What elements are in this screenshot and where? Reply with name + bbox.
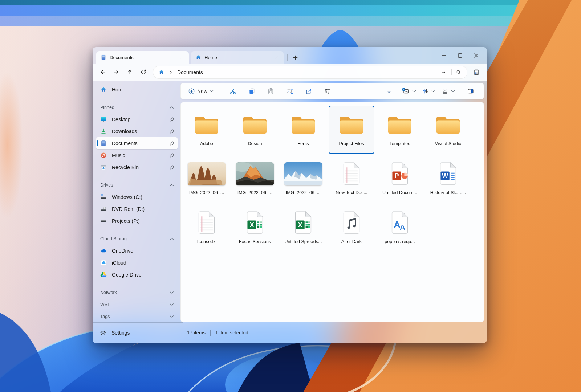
music-icon xyxy=(100,152,107,159)
sidebar-item-label: DVD Rom (D:) xyxy=(112,206,145,212)
forward-icon xyxy=(113,68,120,76)
refresh-button[interactable] xyxy=(137,66,150,78)
sidebar-item-icloud[interactable]: iCloud xyxy=(96,257,178,269)
file-tile-focus-sessions[interactable]: Focus Sessions xyxy=(232,204,278,252)
pin-icon[interactable] xyxy=(170,141,175,146)
cut-button[interactable] xyxy=(223,85,242,98)
close-button[interactable] xyxy=(468,50,484,61)
file-tile-fonts[interactable]: Fonts xyxy=(280,106,326,154)
file-tile-visual-studio[interactable]: Visual Studio xyxy=(425,106,471,154)
minimize-button[interactable] xyxy=(436,50,452,61)
layout-button[interactable] xyxy=(439,85,458,98)
rename-button[interactable] xyxy=(280,85,299,98)
file-tile-adobe[interactable]: Adobe xyxy=(184,106,229,154)
back-button[interactable] xyxy=(96,66,110,78)
task-list-icon xyxy=(473,69,480,76)
file-tile-poppins-regular[interactable]: poppins-regu... xyxy=(377,204,423,252)
select-button[interactable] xyxy=(399,85,418,98)
sidebar-item-documents[interactable]: Documents xyxy=(96,137,178,149)
sidebar-section-tags[interactable]: Tags xyxy=(96,310,178,322)
home-icon xyxy=(195,54,201,60)
pin-icon[interactable] xyxy=(170,117,175,122)
sidebar-item-projects-p[interactable]: Projects (P:) xyxy=(96,215,178,227)
tab-documents[interactable]: Documents xyxy=(96,51,189,64)
delete-button[interactable] xyxy=(318,85,337,98)
close-tab-icon[interactable] xyxy=(178,53,186,61)
excel-file-icon xyxy=(245,211,265,235)
image-thumbnail xyxy=(188,162,226,185)
section-label: Drives xyxy=(100,183,113,188)
sidebar-item-home[interactable]: Home xyxy=(96,83,178,95)
pin-icon[interactable] xyxy=(170,129,175,134)
file-name: Fonts xyxy=(297,141,309,146)
file-tile-img-desert[interactable]: IMG_2022_06_... xyxy=(184,155,229,203)
search-button[interactable] xyxy=(452,67,465,77)
paste-button[interactable] xyxy=(261,85,280,98)
recycle-bin-icon xyxy=(100,164,107,171)
file-tile-untitled-document[interactable]: Untitled Docum... xyxy=(377,155,423,203)
navigation-toolbar: Documents xyxy=(93,64,487,81)
sidebar-item-recycle-bin[interactable]: Recycle Bin xyxy=(96,161,178,173)
forward-button[interactable] xyxy=(110,66,123,78)
file-tile-templates[interactable]: Templates xyxy=(377,106,423,154)
file-tile-license-txt[interactable]: license.txt xyxy=(184,204,229,252)
section-label: Pinned xyxy=(100,105,114,110)
new-tab-button[interactable] xyxy=(290,53,300,62)
sidebar-item-onedrive[interactable]: OneDrive xyxy=(96,245,178,257)
preview-pane-toggle[interactable] xyxy=(461,85,480,98)
go-to-button[interactable] xyxy=(438,67,451,77)
preview-pane-icon xyxy=(467,87,475,95)
breadcrumb-current-folder[interactable]: Documents xyxy=(174,69,206,75)
font-file-icon xyxy=(390,211,410,235)
file-name: History of Skate... xyxy=(430,190,466,195)
pin-icon[interactable] xyxy=(170,153,175,158)
drive-icon xyxy=(100,218,107,224)
sidebar-section-wsl[interactable]: WSL xyxy=(96,298,178,310)
file-tile-history-of-skate[interactable]: History of Skate... xyxy=(425,155,471,203)
file-tile-after-dark[interactable]: After Dark xyxy=(329,204,374,252)
copy-button[interactable] xyxy=(242,85,261,98)
address-bar[interactable]: Documents xyxy=(153,66,467,79)
documents-icon xyxy=(100,140,107,147)
sidebar-item-downloads[interactable]: Downloads xyxy=(96,125,178,137)
sidebar-item-desktop[interactable]: Desktop xyxy=(96,113,178,125)
file-name: IMG_2022_06_... xyxy=(189,190,224,195)
folder-icon xyxy=(338,114,365,136)
close-tab-icon[interactable] xyxy=(273,53,281,61)
share-button[interactable] xyxy=(299,85,318,98)
up-button[interactable] xyxy=(123,66,137,78)
sidebar-item-google-drive[interactable]: Google Drive xyxy=(96,269,178,281)
view-controls xyxy=(379,85,480,98)
sidebar-item-windows-c[interactable]: Windows (C:) xyxy=(96,191,178,203)
task-list-button[interactable] xyxy=(470,66,483,78)
filter-button[interactable] xyxy=(379,85,398,98)
sidebar-item-music[interactable]: Music xyxy=(96,149,178,161)
sidebar-item-label: Documents xyxy=(112,140,138,146)
maximize-button[interactable] xyxy=(452,50,468,61)
sidebar-section-drives[interactable]: Drives xyxy=(96,179,178,191)
sort-button[interactable] xyxy=(419,85,438,98)
layout-icon xyxy=(441,87,449,95)
tab-home[interactable]: Home xyxy=(191,51,284,64)
file-tile-new-text-doc[interactable]: New Text Doc... xyxy=(329,155,374,203)
file-tile-img-peak[interactable]: IMG_2022_06_... xyxy=(232,155,278,203)
file-name: New Text Doc... xyxy=(336,190,367,195)
sidebar-item-dvd-d[interactable]: DVD Rom (D:) xyxy=(96,203,178,215)
file-tile-design[interactable]: Design xyxy=(232,106,278,154)
new-button[interactable]: New xyxy=(184,85,217,98)
file-tile-untitled-spreadsheet[interactable]: Untitled Spreads... xyxy=(280,204,326,252)
file-tile-project-files[interactable]: Project Files xyxy=(329,106,374,154)
file-list-pane: Adobe Design Fonts Project Files xyxy=(180,102,484,322)
share-icon xyxy=(305,87,312,95)
sidebar-item-label: Recycle Bin xyxy=(112,164,139,170)
breadcrumb-home[interactable] xyxy=(155,67,167,77)
up-icon xyxy=(126,68,134,76)
settings-item[interactable]: Settings xyxy=(93,322,183,343)
chevron-down-icon xyxy=(170,315,174,318)
sidebar-section-cloud-storage[interactable]: Cloud Storage xyxy=(96,233,178,245)
sidebar-section-pinned[interactable]: Pinned xyxy=(96,101,178,113)
search-icon xyxy=(455,69,462,75)
sidebar-section-network[interactable]: Network xyxy=(96,286,178,298)
file-tile-img-snow[interactable]: IMG_2022_06_... xyxy=(280,155,326,203)
pin-icon[interactable] xyxy=(170,165,175,170)
